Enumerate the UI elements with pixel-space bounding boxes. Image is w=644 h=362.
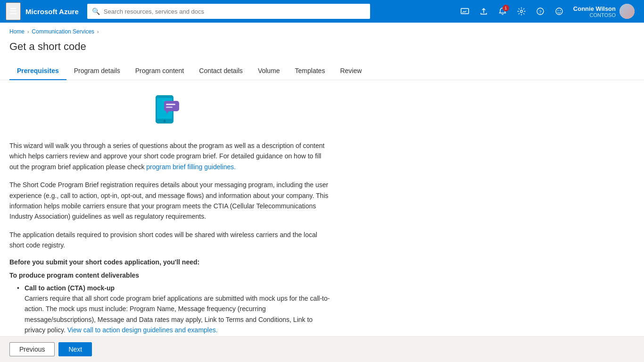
previous-button[interactable]: Previous [9, 342, 55, 356]
help-button[interactable]: ? [532, 3, 549, 20]
cloud-shell-button[interactable] [456, 3, 473, 20]
ctia-paragraph: The Short Code Program Brief registratio… [9, 180, 330, 222]
messaging-illustration [151, 91, 189, 129]
sub-heading: To produce program content deliverables [9, 272, 330, 279]
svg-point-9 [164, 120, 166, 123]
tabs-container: Prerequisites Program details Program co… [0, 62, 644, 80]
user-menu[interactable]: Connie Wilson CONTOSO [570, 2, 638, 21]
svg-point-4 [556, 8, 562, 15]
breadcrumb-separator-1: › [27, 29, 29, 34]
bottom-bar: Previous Next [0, 336, 644, 362]
breadcrumb-home[interactable]: Home [9, 28, 25, 35]
list-item: Call to action (CTA) mock-up Carriers re… [17, 283, 330, 336]
top-navigation: ☰ Microsoft Azure 🔍 1 ? Connie Wilson CO… [0, 0, 644, 23]
tab-volume[interactable]: Volume [250, 62, 288, 80]
notifications-button[interactable]: 1 [494, 3, 511, 20]
topnav-actions: 1 ? Connie Wilson CONTOSO [456, 2, 638, 21]
svg-rect-13 [166, 107, 173, 108]
svg-rect-12 [166, 104, 175, 105]
user-name: Connie Wilson [573, 5, 616, 12]
tab-review[interactable]: Review [332, 62, 369, 80]
svg-rect-0 [461, 8, 469, 14]
sharing-paragraph: The application details required to prov… [9, 230, 330, 251]
tab-contact-details[interactable]: Contact details [191, 62, 250, 80]
page-title: Get a short code [0, 38, 644, 62]
breadcrumb: Home › Communication Services › [0, 23, 644, 38]
feedback-button[interactable] [551, 3, 568, 20]
breadcrumb-communication-services[interactable]: Communication Services [32, 28, 94, 35]
svg-point-5 [557, 10, 558, 11]
intro-paragraph: This wizard will walk you through a seri… [9, 140, 330, 172]
breadcrumb-separator-2: › [97, 29, 99, 34]
upload-button[interactable] [475, 3, 492, 20]
search-bar: 🔍 [87, 4, 370, 19]
tab-prerequisites[interactable]: Prerequisites [9, 62, 66, 80]
notification-count: 1 [503, 5, 509, 11]
program-brief-link[interactable]: program brief filling guidelines. [146, 163, 236, 171]
search-icon: 🔍 [92, 8, 100, 15]
hamburger-menu-button[interactable]: ☰ [6, 2, 21, 20]
user-info: Connie Wilson CONTOSO [573, 5, 616, 18]
avatar [619, 4, 635, 19]
next-button[interactable]: Next [58, 342, 92, 356]
page-container: Home › Communication Services › Get a sh… [0, 23, 644, 362]
cta-guidelines-link[interactable]: View call to action design guidelines an… [67, 326, 218, 334]
avatar-image [619, 4, 635, 19]
tab-templates[interactable]: Templates [288, 62, 333, 80]
settings-button[interactable] [513, 3, 530, 20]
tab-program-details[interactable]: Program details [66, 62, 128, 80]
svg-text:?: ? [539, 9, 541, 15]
bullet-1-title: Call to action (CTA) mock-up [25, 284, 115, 292]
search-input[interactable] [104, 8, 365, 15]
user-org: CONTOSO [573, 12, 616, 18]
tab-program-content[interactable]: Program content [128, 62, 192, 80]
main-content: This wizard will walk you through a seri… [0, 80, 339, 362]
section-heading: Before you submit your short codes appli… [9, 258, 330, 266]
svg-rect-10 [164, 101, 179, 111]
illustration [9, 91, 330, 129]
svg-point-1 [520, 10, 522, 13]
svg-point-6 [560, 10, 561, 11]
azure-logo: Microsoft Azure [25, 8, 79, 16]
